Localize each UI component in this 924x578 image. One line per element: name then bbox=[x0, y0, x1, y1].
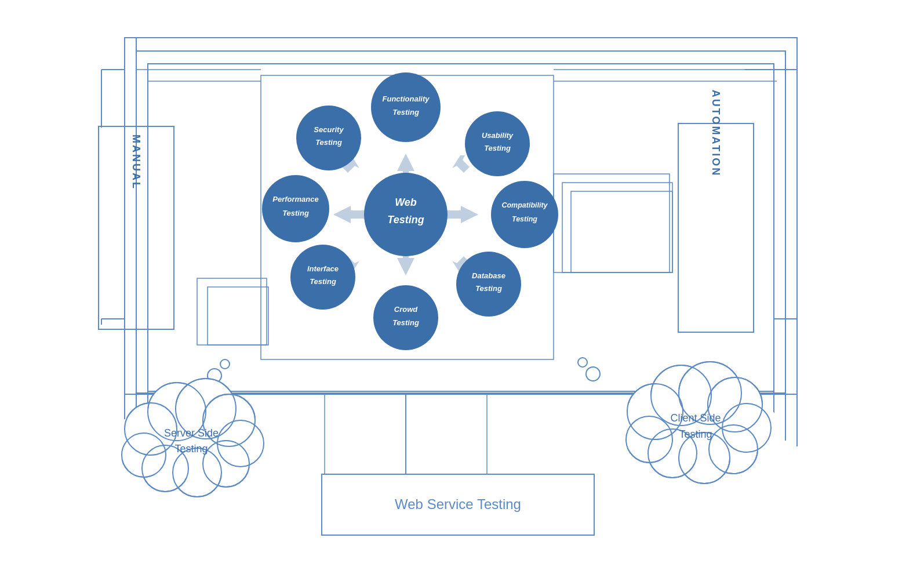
svg-point-21 bbox=[578, 358, 587, 367]
outer-frame-3 bbox=[148, 64, 774, 391]
center-label-line1: Web bbox=[395, 197, 417, 208]
compatibility-label2: Testing bbox=[512, 215, 537, 223]
crowd-label1: Crowd bbox=[394, 305, 419, 314]
functionality-node bbox=[371, 72, 441, 142]
server-cloud-label2: Testing bbox=[174, 443, 208, 455]
web-service-label: Web Service Testing bbox=[395, 496, 521, 512]
svg-point-11 bbox=[110, 403, 272, 478]
client-cloud-label1: Client Side bbox=[670, 412, 721, 424]
security-label2: Testing bbox=[315, 138, 342, 147]
performance-label1: Performance bbox=[272, 195, 318, 203]
arrow-right bbox=[446, 206, 478, 223]
center-label-line2: Testing bbox=[387, 214, 424, 226]
manual-label: MANUAL bbox=[130, 134, 142, 190]
performance-label2: Testing bbox=[282, 209, 309, 217]
client-cloud-label2: Testing bbox=[679, 428, 712, 440]
svg-point-0 bbox=[220, 359, 230, 369]
server-cloud: Server Side Testing bbox=[110, 359, 272, 497]
compatibility-node bbox=[491, 181, 558, 248]
main-diagram: MANUAL AUTOMATION Web Testing Functional… bbox=[0, 0, 924, 578]
svg-point-22 bbox=[586, 367, 600, 381]
right-stack-3 bbox=[571, 191, 672, 272]
functionality-label2: Testing bbox=[392, 108, 419, 117]
crowd-label2: Testing bbox=[392, 318, 419, 327]
usability-label1: Usability bbox=[482, 131, 514, 140]
arrow-left bbox=[333, 206, 365, 223]
svg-point-32 bbox=[612, 388, 780, 464]
functionality-label1: Functionality bbox=[383, 94, 430, 103]
interface-label1: Interface bbox=[307, 264, 339, 273]
right-stack-2 bbox=[562, 183, 672, 272]
security-label1: Security bbox=[314, 125, 344, 134]
automation-label: AUTOMATION bbox=[710, 90, 722, 177]
database-label2: Testing bbox=[475, 284, 502, 293]
arrow-up-right bbox=[452, 155, 470, 173]
database-label1: Database bbox=[472, 271, 505, 280]
crowd-node bbox=[373, 285, 438, 350]
interface-label2: Testing bbox=[310, 277, 336, 286]
left-stack-2 bbox=[208, 287, 268, 345]
usability-label2: Testing bbox=[484, 144, 511, 152]
client-cloud: Client Side Testing bbox=[578, 358, 780, 484]
compatibility-label1: Compatibility bbox=[501, 201, 548, 209]
server-cloud-label1: Server Side bbox=[164, 427, 219, 439]
